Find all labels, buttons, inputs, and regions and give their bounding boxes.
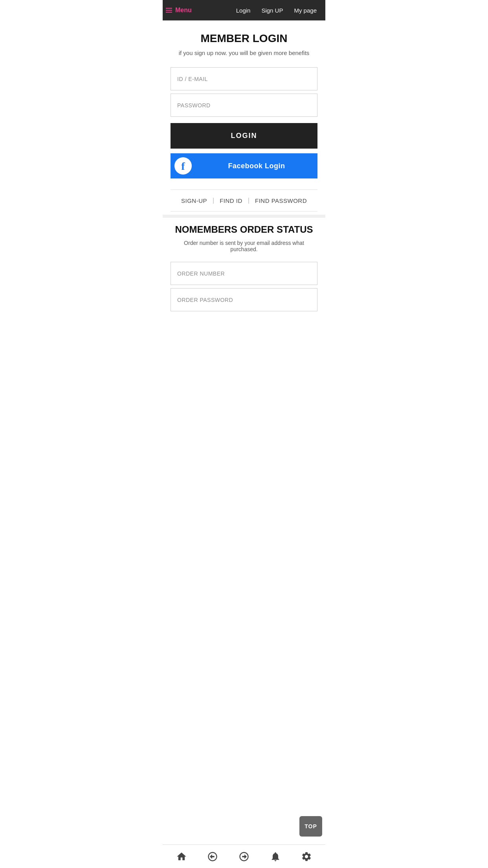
home-icon: [176, 851, 187, 862]
facebook-login-label: Facebook Login: [196, 162, 317, 170]
links-row: SIGN-UP | FIND ID | FIND PASSWORD: [171, 189, 317, 211]
top-navigation: Menu Login Sign UP My page: [163, 0, 325, 20]
find-password-link[interactable]: FIND PASSWORD: [255, 197, 307, 204]
nomembers-title: NOMEMBERS ORDER STATUS: [171, 224, 317, 235]
top-button[interactable]: TOP: [299, 816, 322, 837]
menu-label: Menu: [175, 7, 192, 14]
notification-button[interactable]: [267, 848, 284, 865]
password-input[interactable]: [171, 94, 317, 117]
menu-button[interactable]: Menu: [166, 7, 231, 14]
signup-link[interactable]: SIGN-UP: [181, 197, 207, 204]
nomembers-subtitle: Order number is sent by your email addre…: [171, 240, 317, 252]
mypage-nav-link[interactable]: My page: [288, 7, 322, 14]
back-button[interactable]: [204, 848, 221, 865]
settings-icon: [301, 851, 312, 862]
login-button[interactable]: LOGIN: [171, 123, 317, 149]
order-number-input[interactable]: [171, 262, 317, 285]
section-divider: [163, 215, 325, 218]
settings-button[interactable]: [298, 848, 315, 865]
bottom-navigation: [163, 844, 325, 868]
nav-links: Login Sign UP My page: [231, 7, 322, 14]
login-nav-link[interactable]: Login: [231, 7, 256, 14]
back-icon: [207, 851, 218, 862]
home-button[interactable]: [173, 848, 190, 865]
facebook-login-button[interactable]: f Facebook Login: [171, 153, 317, 178]
order-password-input[interactable]: [171, 288, 317, 311]
nomembers-section: NOMEMBERS ORDER STATUS Order number is s…: [171, 224, 317, 314]
notification-icon: [270, 851, 281, 862]
member-login-subtitle: if you sign up now. you will be given mo…: [171, 50, 317, 56]
find-id-link[interactable]: FIND ID: [220, 197, 242, 204]
facebook-icon: f: [174, 157, 192, 175]
forward-icon: [238, 851, 250, 862]
forward-button[interactable]: [235, 848, 253, 865]
divider-2: |: [248, 197, 250, 204]
member-login-title: MEMBER LOGIN: [171, 32, 317, 45]
main-content: MEMBER LOGIN if you sign up now. you wil…: [163, 20, 325, 844]
facebook-icon-wrap: f: [171, 153, 196, 178]
hamburger-icon: [166, 8, 172, 13]
signup-nav-link[interactable]: Sign UP: [256, 7, 288, 14]
divider-1: |: [213, 197, 214, 204]
id-email-input[interactable]: [171, 67, 317, 90]
